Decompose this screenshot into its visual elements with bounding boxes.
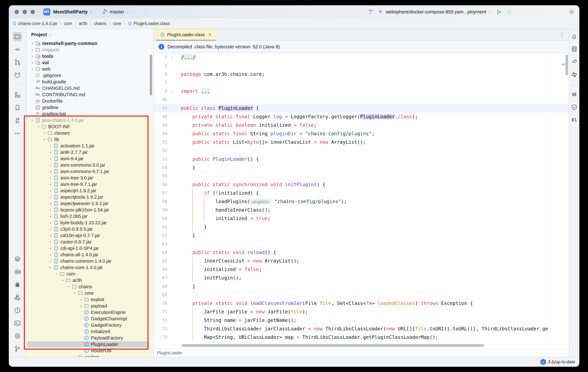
ci-icon[interactable] [13,293,22,302]
chevron-collapsed-icon[interactable]: › [48,150,53,155]
tree-row-vul[interactable]: ›vul [26,59,153,66]
tree-row-memshell-party-common[interactable]: ›memshell-party-common [26,40,153,47]
code-line-62[interactable]: 62 } [154,231,569,240]
tree-row-castor-0-9-7-jar[interactable]: ›castor-0.9.7.jar [26,239,153,245]
tree-row-antlr-2-7-7-jar[interactable]: ›antlr-2.7.7.jar [26,149,153,155]
debug-button[interactable] [506,9,512,15]
structure-icon[interactable] [13,90,22,100]
notifications-icon[interactable] [570,32,578,41]
tree-row-contributing-md[interactable]: CONTRIBUTING.md [26,91,153,98]
code-line-67[interactable]: 67 initPlugin(); [154,274,569,282]
tree-row-byte-buddy-1-10-22-jar[interactable]: ›byte-buddy-1.10.22.jar [26,219,153,226]
chevron-expanded-icon[interactable]: › [54,271,59,277]
code-line-65[interactable]: 65 innerClassList = new ArrayList(); [154,257,569,265]
code-line-1[interactable]: 1›/.../ [154,53,569,62]
zoom-button[interactable] [31,10,35,14]
chevron-expanded-icon[interactable]: › [60,278,65,283]
close-tab-icon[interactable]: ✕ [208,32,211,37]
line-number[interactable]: 66 [154,267,167,272]
line-number[interactable]: 72 [154,318,167,323]
tree-row-snippets[interactable]: ›snippets [26,47,153,53]
breadcrumb-item[interactable]: CPluginLoader.class [128,21,170,26]
tree-row-cal10n-api-0-7-7-jar[interactable]: ›cal10n-api-0.7.7.jar [26,232,153,239]
line-number[interactable]: 51 [154,140,167,145]
chevron-collapsed-icon[interactable]: › [48,201,53,206]
tree-row-payloadfactory[interactable]: CPayloadFactory [26,335,153,341]
tree-row-chains-common-1-4-0-jar[interactable]: ›chains-common-1.4.0.jar [26,258,153,264]
tree-row-pluginloader[interactable]: CPluginLoader [26,341,153,348]
gradle-icon[interactable] [570,57,578,66]
code-line-48[interactable]: 48 private static final Logger log = Log… [154,112,569,121]
chevron-collapsed-icon[interactable]: › [78,303,84,309]
tree-row-gadgetchainimpl[interactable]: CGadgetChainImpl [26,316,153,322]
run-hexagon-icon[interactable] [13,331,22,341]
tree-row-classes[interactable]: ›classes [26,130,153,136]
tree-row-asm-9-4-jar[interactable]: ›asm-9.4.jar [26,155,153,162]
code-line-52[interactable]: 52 [154,146,569,155]
tree-row-build-gradle[interactable]: build.gradle [26,79,153,85]
tree-row-gradlew[interactable]: gradlew [26,104,153,111]
maven-icon[interactable]: M [570,90,578,99]
line-number[interactable]: 8 [154,89,167,94]
branch-name[interactable]: master [110,9,125,15]
line-number[interactable]: 67 [154,275,167,280]
tree-row-asm-commons-9-7-1-jar[interactable]: ›asm-commons-9.7.1.jar [26,168,153,175]
chevron-collapsed-icon[interactable]: › [48,175,53,180]
project-folder-icon[interactable] [13,32,22,41]
line-number[interactable]: 52 [154,148,167,153]
run-config-icon[interactable] [377,9,384,15]
code-line-5[interactable]: 5 [154,62,569,70]
chevron-collapsed-icon[interactable]: › [42,130,47,135]
breadcrumb-item[interactable]: chains [94,21,106,26]
code-line-60[interactable]: 60 initialized = true; [154,214,569,223]
code-line-72[interactable]: 72 String name = jarFile.getName(); [154,316,569,324]
chevron-collapsed-icon[interactable]: › [48,214,53,219]
tree-row-java-chains-1-4-0-jar[interactable]: ›java-chains-1.4.0.jar [26,117,153,124]
chevron-collapsed-icon[interactable]: › [30,47,35,52]
code-line-53[interactable]: 53 public PluginLoader() { [154,155,569,163]
tree-row-gradlew-bat[interactable]: gradlew.bat [26,111,153,117]
database-icon[interactable] [570,45,578,53]
tree-row-core[interactable]: ›core [26,290,153,296]
line-number[interactable]: 49 [154,123,167,128]
code-line-73[interactable]: 73 ThirdLibsClassLoader jarClassLoader =… [154,324,569,333]
tree-row-changelog-md[interactable]: CHANGELOG.md [26,85,153,91]
line-number[interactable]: 57 [154,190,167,196]
breadcrumb-item[interactable]: ar3h [79,21,87,26]
line-number[interactable]: 70 [154,301,167,306]
breadcrumb-item[interactable]: chains-core-1.4.0.jar [12,21,57,26]
chevron-expanded-icon[interactable]: › [48,265,53,270]
settings-gear-icon[interactable] [568,9,575,15]
chevron-collapsed-icon[interactable]: › [48,227,53,232]
code-line-6[interactable]: 6package com.ar3h.chains.core; [154,70,569,78]
tree-row-asm-commons-3-0-jar[interactable]: ›asm-commons-3.0.jar [26,162,153,168]
tree-row-asm-tree-9-7-1-jar[interactable]: ›asm-tree-9.7.1.jar [26,181,153,187]
chevron-collapsed-icon[interactable]: › [48,207,53,212]
tree-row-activation-1-1-jar[interactable]: ›activation-1.1.jar [26,143,153,149]
project-avatar[interactable]: MS [43,8,50,15]
line-number[interactable]: 59 [154,207,167,212]
code-line-61[interactable]: 61 } [154,223,569,231]
horizontal-scrollbar[interactable] [182,344,484,347]
tree-row-exploit[interactable]: ›exploit [26,296,153,303]
chevron-collapsed-icon[interactable]: › [48,258,53,264]
chevron-collapsed-icon[interactable]: › [48,169,53,174]
line-number[interactable]: 58 [154,199,167,204]
code-line-47[interactable]: 47public class PluginLoader { [154,104,569,112]
binary-10-01-icon[interactable]: 1001 [13,116,22,125]
breadcrumb-item[interactable]: core [113,21,121,26]
tree-row-ar3h[interactable]: ›ar3h [26,277,153,283]
tree-row-com[interactable]: ›com [26,271,153,277]
commit-icon[interactable] [13,45,22,54]
pull-request-icon[interactable] [13,57,22,67]
line-number[interactable]: 63 [154,241,167,246]
vertical-scrollbar[interactable] [566,55,568,75]
fold-arrow-icon[interactable]: › [167,89,176,94]
tree-row-web[interactable]: ›web [26,66,153,72]
chevron-collapsed-icon[interactable]: › [48,163,53,168]
gitlab-icon[interactable] [13,70,22,80]
chevron-collapsed-icon[interactable]: › [78,297,84,302]
line-number[interactable]: 7 [154,80,167,85]
line-number[interactable]: 6 [154,72,167,77]
chevron-collapsed-icon[interactable]: › [48,252,53,257]
